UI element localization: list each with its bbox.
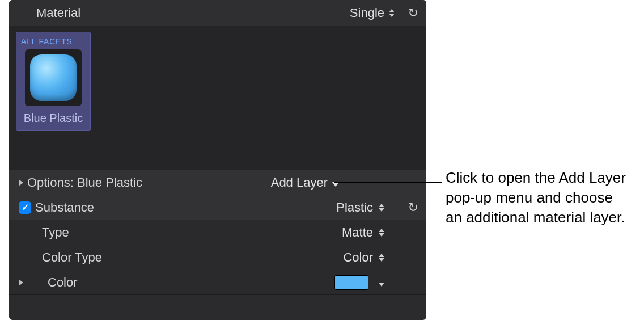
facet-tab-label: ALL FACETS	[20, 36, 87, 49]
facet-tile-all-facets[interactable]: ALL FACETS Blue Plastic	[16, 32, 91, 131]
material-mode-value: Single	[350, 6, 384, 20]
callout-leader-line	[334, 182, 442, 183]
disclosure-icon[interactable]	[15, 279, 27, 286]
material-title: Material	[36, 6, 350, 20]
chevron-down-icon	[374, 275, 384, 290]
material-mode-popup[interactable]: Single	[350, 6, 395, 20]
facet-material-name: Blue Plastic	[24, 112, 83, 125]
color-type-label: Color Type	[15, 250, 343, 265]
type-row: Type Matte	[9, 220, 426, 245]
reset-icon[interactable]: ↺	[408, 200, 418, 215]
type-popup[interactable]: Matte	[342, 225, 384, 240]
type-value: Matte	[342, 225, 373, 240]
color-type-value: Color	[343, 250, 373, 265]
reset-icon[interactable]: ↺	[408, 6, 418, 20]
updown-icon	[379, 254, 384, 262]
callout-text: Click to open the Add Layer pop-up menu …	[446, 168, 633, 228]
color-type-popup[interactable]: Color	[343, 250, 384, 265]
options-label: Options: Blue Plastic	[27, 175, 271, 190]
updown-icon	[379, 204, 384, 212]
disclosure-icon[interactable]	[15, 179, 27, 186]
substance-label: Substance	[35, 200, 336, 215]
substance-value: Plastic	[336, 200, 373, 215]
color-row: Color	[9, 270, 426, 295]
material-header: Material Single ↺	[9, 0, 426, 26]
substance-row: ✓ Substance Plastic ↺	[9, 195, 426, 220]
updown-icon	[379, 229, 384, 237]
facet-preview	[25, 49, 82, 106]
facets-well: ALL FACETS Blue Plastic	[9, 26, 426, 170]
color-swatch[interactable]	[334, 275, 368, 290]
color-well-control[interactable]	[334, 275, 384, 290]
substance-checkbox[interactable]: ✓	[19, 201, 31, 214]
material-inspector-panel: Material Single ↺ ALL FACETS Blue Plasti…	[9, 0, 426, 320]
updown-icon	[389, 9, 395, 17]
add-layer-label: Add Layer	[271, 175, 328, 190]
facet-preview-swatch	[30, 54, 77, 101]
color-label: Color	[27, 275, 334, 290]
type-label: Type	[15, 225, 342, 240]
color-type-row: Color Type Color	[9, 245, 426, 270]
substance-popup[interactable]: Plastic	[336, 200, 384, 215]
